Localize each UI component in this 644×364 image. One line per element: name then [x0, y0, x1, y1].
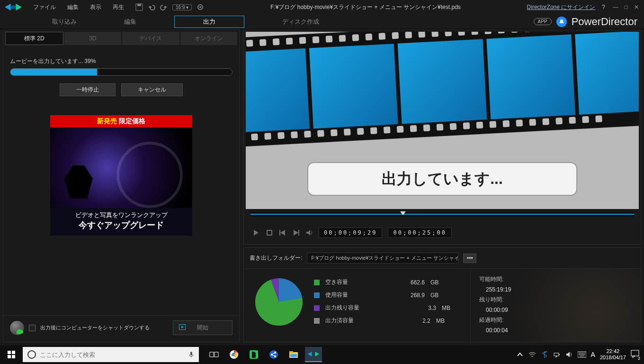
next-frame-icon[interactable]	[292, 229, 300, 237]
windows-taskbar: A 22:42 2018/04/17 2	[0, 345, 644, 364]
taskbar-explorer-icon[interactable]	[285, 347, 302, 362]
subtab-device[interactable]: デバイス	[122, 32, 179, 45]
notification-bell-icon[interactable]	[556, 17, 567, 27]
tab-produce[interactable]: 出力	[174, 16, 244, 28]
produce-panel: 標準 2D 3D デバイス オンライン ムービーを出力しています... 39% …	[3, 29, 240, 342]
subtab-online[interactable]: オンライン	[180, 32, 238, 45]
tab-disc[interactable]: ディスク作成	[273, 16, 329, 28]
output-info-panel: 書き出しフォルダー: F:¥ブログ hobby-movie¥スライドショー + …	[243, 247, 641, 342]
tray-chevron-up-icon[interactable]	[516, 351, 524, 358]
preview-banner-text: 出力しています...	[382, 169, 503, 190]
aspect-chip[interactable]: 16:9 ▾	[172, 4, 192, 10]
menu-edit[interactable]: 編集	[63, 1, 83, 13]
time-info: 可能時間: 255:19:19 残り時間: 00:00:09 経過時間: 00:…	[470, 269, 519, 342]
ad-line1: ビデオと写真をワンランクアップ	[50, 211, 192, 219]
taskbar-search[interactable]	[23, 347, 184, 362]
output-folder-path[interactable]: F:¥ブログ hobby-movie¥スライドショー + メニュー サンシャイン…	[307, 253, 458, 264]
ad-badge-price: 限定価格	[119, 117, 145, 126]
legend-done-val: 2.2	[388, 318, 430, 324]
svg-marker-7	[254, 230, 259, 236]
svg-rect-43	[631, 350, 639, 356]
preview-canvas: 出力しています...	[246, 32, 639, 209]
taskbar-share-icon[interactable]	[265, 347, 282, 362]
save-icon[interactable]	[135, 3, 143, 11]
svg-rect-21	[215, 352, 218, 357]
tray-clock[interactable]: 22:42 2018/04/17	[600, 348, 626, 361]
taskbar-powerdirector-icon[interactable]	[305, 347, 322, 362]
app-chip[interactable]: APP	[534, 18, 552, 25]
settings-icon[interactable]	[197, 3, 204, 11]
playhead-icon[interactable]	[400, 211, 406, 215]
ad-art	[50, 127, 192, 208]
svg-rect-20	[210, 352, 214, 357]
svg-rect-10	[279, 230, 280, 236]
undo-icon[interactable]	[148, 3, 155, 11]
progress-fill	[10, 69, 97, 75]
cancel-button[interactable]: キャンセル	[121, 83, 183, 96]
notification-count: 2	[638, 356, 640, 361]
action-center-icon[interactable]: 2	[631, 350, 639, 360]
ad-line2: 今すぐアップグレード	[50, 219, 192, 231]
legend-used-label: 使用容量	[325, 291, 348, 299]
upgrade-ad[interactable]: 新発売限定価格 ビデオと写真をワンランクアップ 今すぐアップグレード	[50, 115, 192, 236]
task-view-icon[interactable]	[206, 347, 223, 362]
tray-wifi-icon[interactable]	[528, 351, 536, 358]
maximize-button[interactable]: □	[622, 4, 630, 10]
play-icon[interactable]	[252, 229, 260, 237]
mic-icon[interactable]	[184, 347, 199, 362]
legend-used-val: 268.9	[382, 292, 425, 299]
taskbar-evernote-icon[interactable]	[245, 347, 262, 362]
svg-marker-38	[566, 352, 570, 357]
svg-rect-18	[190, 352, 192, 355]
swatch-done	[314, 318, 320, 324]
close-button[interactable]: ✕	[633, 4, 640, 10]
svg-marker-1	[16, 4, 22, 10]
directorzone-link[interactable]: DirectorZone にサインイン	[527, 3, 596, 11]
elapsed-time-label: 経過時間:	[479, 316, 511, 324]
svg-rect-17	[12, 355, 15, 358]
subtab-standard-2d[interactable]: 標準 2D	[5, 32, 63, 45]
tab-capture[interactable]: 取り込み	[43, 16, 86, 28]
subtab-3d[interactable]: 3D	[64, 32, 122, 45]
tab-edit[interactable]: 編集	[115, 16, 146, 28]
search-input[interactable]	[40, 351, 179, 358]
tray-bluetooth-icon[interactable]	[541, 351, 548, 358]
svg-rect-2	[11, 5, 16, 9]
redo-icon[interactable]	[160, 3, 168, 11]
ime-indicator[interactable]: A	[591, 351, 595, 358]
ad-badge-new: 新発売	[97, 117, 117, 126]
browse-button[interactable]: •••	[463, 254, 476, 263]
legend-remain-val: 3.3	[394, 305, 436, 311]
svg-marker-13	[306, 230, 310, 236]
remain-time-value: 00:00:09	[479, 307, 511, 313]
eco-icon	[10, 321, 24, 335]
stop-icon[interactable]	[266, 229, 273, 237]
preview-timeline[interactable]	[250, 212, 634, 217]
tray-power-icon[interactable]	[553, 351, 561, 358]
menu-view[interactable]: 表示	[85, 1, 106, 13]
prev-frame-icon[interactable]	[279, 229, 286, 237]
start-button[interactable]: 開始	[173, 320, 233, 335]
start-menu-button[interactable]	[0, 345, 23, 364]
volume-icon[interactable]	[305, 229, 313, 237]
menu-play[interactable]: 再生	[108, 1, 129, 13]
menu-file[interactable]: ファイル	[28, 1, 61, 13]
minimize-button[interactable]: —	[612, 4, 619, 10]
start-button-label: 開始	[197, 324, 208, 331]
shutdown-label: 出力後にコンピューターをシャットダウンする	[40, 324, 150, 331]
taskbar-chrome-icon[interactable]	[225, 347, 242, 362]
menu-bar: ファイル 編集 表示 再生 16:9 ▾ F:¥ブログ hobby-movie¥…	[0, 0, 644, 14]
pause-button[interactable]: 一時停止	[60, 83, 116, 96]
tray-volume-icon[interactable]	[565, 351, 573, 358]
shutdown-checkbox[interactable]	[29, 325, 36, 331]
progress-bar	[10, 68, 233, 76]
svg-rect-33	[290, 354, 297, 357]
timecode-current: 00;00;09;29	[319, 228, 382, 238]
legend-done-label: 出力済容量	[325, 317, 354, 325]
app-logo	[4, 2, 23, 12]
tray-date: 2018/04/17	[600, 355, 626, 361]
help-icon[interactable]: ?	[602, 4, 605, 10]
swatch-free	[314, 280, 320, 285]
output-folder-label: 書き出しフォルダー:	[250, 254, 302, 262]
tray-keyboard-icon[interactable]	[578, 351, 586, 358]
